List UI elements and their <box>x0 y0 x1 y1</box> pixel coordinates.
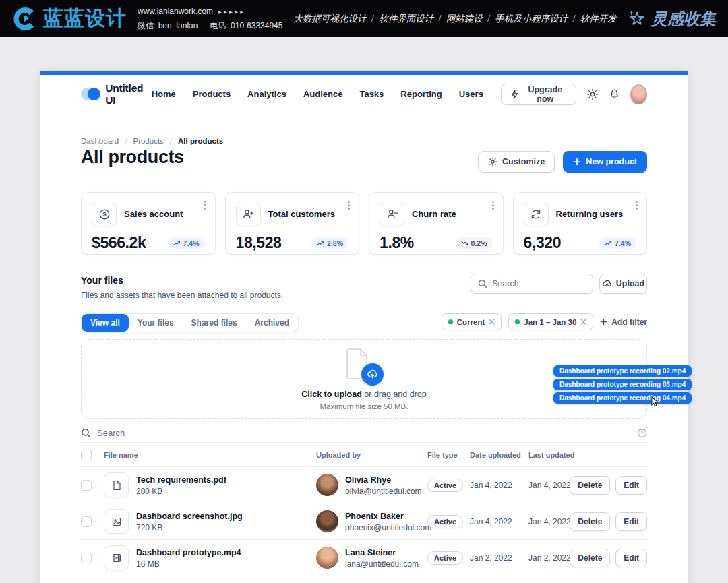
promo-banner: 蓝蓝设计 www.lanlanwork.com▸▸▸▸▸ 微信: ben_lan… <box>0 0 728 37</box>
add-filter-button[interactable]: Add filter <box>600 317 647 327</box>
dashboard-screenshot-card: Untitled UI Home Products Analytics Audi… <box>40 71 688 583</box>
banner-phone: 电话: 010-63334945 <box>210 21 282 30</box>
banner-wechat: 微信: ben_lanlan <box>138 21 198 30</box>
green-dot-icon <box>448 319 453 324</box>
card-accent-bar <box>40 71 688 75</box>
filter-chip-daterange[interactable]: Jan 1 – Jan 30 <box>508 313 593 330</box>
service-item: 网站建设 <box>446 13 483 24</box>
click-to-upload-link[interactable]: Click to upload <box>301 390 362 399</box>
uploader-avatar <box>316 474 338 496</box>
col-file-name[interactable]: File name <box>104 451 316 459</box>
nav-item-tasks[interactable]: Tasks <box>359 89 384 99</box>
customize-button[interactable]: Customize <box>478 151 555 173</box>
settings-gear-icon[interactable] <box>586 88 599 100</box>
status-badge: Active <box>427 479 463 492</box>
uploader-email: phoenix@untitledui.com <box>345 523 431 532</box>
files-section-title: Your files <box>81 275 123 286</box>
table-body: Tech requirements.pdf 200 KB Olivia Rhye… <box>81 467 647 576</box>
new-product-button[interactable]: New product <box>563 151 647 173</box>
nav-item-reporting[interactable]: Reporting <box>400 89 442 99</box>
nav-item-home[interactable]: Home <box>152 89 176 99</box>
dragged-file-chip[interactable]: Dashboard prototype recording 03.mp4 <box>553 379 692 390</box>
nav-item-users[interactable]: Users <box>459 89 483 99</box>
close-icon[interactable] <box>580 319 586 325</box>
nav-right-cluster: Upgrade now <box>501 84 647 105</box>
refresh-icon <box>524 202 549 226</box>
uploader-name: Olivia Rhye <box>345 474 422 486</box>
col-uploaded-by[interactable]: Uploaded by <box>316 451 427 459</box>
upgrade-now-button[interactable]: Upgrade now <box>501 84 576 105</box>
tab-shared-files[interactable]: Shared files <box>183 314 246 332</box>
col-date-uploaded[interactable]: Date uploaded <box>470 451 528 459</box>
delete-button[interactable]: Delete <box>570 512 610 531</box>
file-name[interactable]: Dashboard screenshot.jpg <box>136 510 243 522</box>
stat-value: 18,528 <box>236 234 282 252</box>
files-search[interactable] <box>471 274 593 294</box>
kebab-menu-icon[interactable] <box>204 201 206 203</box>
gear-icon <box>488 157 497 166</box>
lanlan-logo-icon <box>12 6 38 32</box>
trend-up-icon <box>605 241 612 246</box>
delete-button[interactable]: Delete <box>570 476 610 495</box>
table-search[interactable]: ? <box>81 423 647 443</box>
dropzone-limit: Maximum file size 50 MB. <box>320 402 408 410</box>
brand[interactable]: Untitled UI <box>81 82 152 106</box>
col-file-type[interactable]: File type <box>427 451 470 459</box>
select-all-checkbox[interactable] <box>81 450 92 460</box>
banner-arrows: ▸▸▸▸▸ <box>218 8 245 16</box>
banner-contact: www.lanlanwork.com▸▸▸▸▸ 微信: ben_lanlan电话… <box>138 5 282 32</box>
upload-button[interactable]: Upload <box>599 274 647 294</box>
file-name[interactable]: Tech requirements.pdf <box>136 474 226 486</box>
kebab-menu-icon[interactable] <box>492 201 494 203</box>
breadcrumb-current: All products <box>178 137 223 145</box>
dropzone-text: Click to upload or drag and drop <box>301 390 427 399</box>
nav-item-analytics[interactable]: Analytics <box>247 89 286 99</box>
help-icon[interactable]: ? <box>637 428 647 438</box>
nav-item-products[interactable]: Products <box>193 89 231 99</box>
filter-bar: Current Jan 1 – Jan 30 Add filter <box>442 313 647 330</box>
image-file-icon <box>104 509 129 534</box>
banner-services: 大数据可视化设计/软件界面设计/网站建设/手机及小程序设计/软件开发 <box>288 13 622 25</box>
sparkle-star-icon <box>628 9 646 28</box>
breadcrumb-dashboard[interactable]: Dashboard <box>81 137 119 145</box>
files-search-input[interactable] <box>492 279 586 288</box>
stat-label: Churn rate <box>412 209 456 219</box>
uploader-name: Phoenix Baker <box>345 510 431 522</box>
user-avatar[interactable] <box>630 84 647 104</box>
nav-item-audience[interactable]: Audience <box>303 89 343 99</box>
tab-view-all[interactable]: View all <box>82 314 129 332</box>
close-icon[interactable] <box>489 319 495 325</box>
mouse-cursor-icon <box>650 396 660 407</box>
notifications-bell-icon[interactable] <box>609 88 620 100</box>
banner-website: www.lanlanwork.com <box>138 7 213 16</box>
edit-button[interactable]: Edit <box>615 549 647 567</box>
trend-badge: 2.8% <box>311 237 348 249</box>
stat-card-sales: $ Sales account $566.2k 7.4% <box>81 192 216 255</box>
breadcrumb-products[interactable]: Products <box>133 137 163 145</box>
tab-archived[interactable]: Archived <box>246 314 298 332</box>
uploader-avatar <box>316 547 338 569</box>
row-checkbox[interactable] <box>81 516 92 527</box>
col-last-updated[interactable]: Last updated <box>528 451 584 459</box>
file-upload-icon <box>344 348 384 386</box>
kebab-menu-icon[interactable] <box>348 201 350 203</box>
kebab-menu-icon[interactable] <box>636 201 638 203</box>
file-name[interactable]: Dashboard prototype.mp4 <box>136 547 241 559</box>
table-search-input[interactable] <box>97 428 631 438</box>
dragged-file-chip[interactable]: Dashboard prototype recording 04.mp4 <box>553 392 692 404</box>
stat-value: $566.2k <box>92 234 146 252</box>
delete-button[interactable]: Delete <box>570 549 610 567</box>
file-size: 720 KB <box>136 523 243 532</box>
uploader-name: Lana Steiner <box>345 547 419 559</box>
row-checkbox[interactable] <box>81 480 92 491</box>
edit-button[interactable]: Edit <box>615 512 647 531</box>
service-item: 手机及小程序设计 <box>495 13 568 24</box>
filter-chip-current[interactable]: Current <box>442 313 502 330</box>
table-row: Dashboard prototype.mp4 16 MB Lana Stein… <box>81 540 647 576</box>
date-uploaded: Jan 4, 2022 <box>470 517 528 526</box>
edit-button[interactable]: Edit <box>615 476 647 495</box>
tab-your-files[interactable]: Your files <box>129 314 183 332</box>
row-checkbox[interactable] <box>81 553 92 563</box>
dragged-file-chip[interactable]: Dashboard prototype recording 02.mp4 <box>553 365 692 377</box>
svg-text:?: ? <box>640 430 643 436</box>
